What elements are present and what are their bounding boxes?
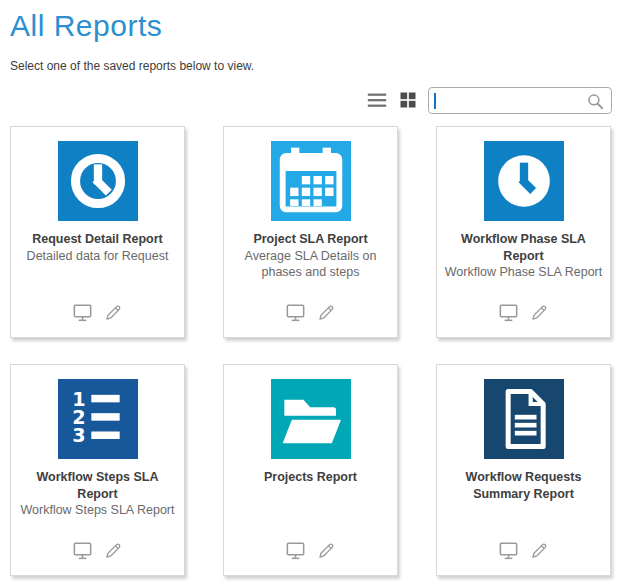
monitor-icon[interactable] <box>284 538 307 562</box>
report-card[interactable]: Projects Report <box>223 364 398 576</box>
reports-grid: Request Detail Report Detailed data for … <box>10 126 612 576</box>
pencil-icon[interactable] <box>316 538 337 562</box>
report-title: Workflow Steps SLA Report <box>11 469 184 502</box>
pencil-icon[interactable] <box>529 538 550 562</box>
pencil-icon[interactable] <box>103 300 124 324</box>
search-box <box>428 87 612 114</box>
list-view-icon[interactable] <box>366 89 388 111</box>
card-actions <box>11 300 184 324</box>
card-actions <box>224 300 397 324</box>
report-card[interactable]: Request Detail Report Detailed data for … <box>10 126 185 338</box>
card-actions <box>11 538 184 562</box>
pencil-icon[interactable] <box>529 300 550 324</box>
report-description: Average SLA Details on phases and steps <box>224 248 397 280</box>
folder-open-icon <box>271 379 351 459</box>
document-icon <box>484 379 564 459</box>
toolbar <box>10 86 612 114</box>
card-actions <box>437 300 610 324</box>
report-card[interactable]: Workflow Requests Summary Report <box>436 364 611 576</box>
numbered-list-icon: 1 2 3 <box>58 379 138 459</box>
pencil-icon[interactable] <box>316 300 337 324</box>
report-description: Detailed data for Request <box>11 248 184 264</box>
calendar-icon <box>271 141 351 221</box>
clock-outline-icon <box>58 141 138 221</box>
report-title: Project SLA Report <box>224 231 397 248</box>
monitor-icon[interactable] <box>71 538 94 562</box>
report-description: Workflow Phase SLA Report <box>437 264 610 280</box>
monitor-icon[interactable] <box>284 300 307 324</box>
grid-view-icon[interactable] <box>397 89 419 111</box>
pencil-icon[interactable] <box>103 538 124 562</box>
monitor-icon[interactable] <box>497 300 520 324</box>
text-caret <box>434 93 436 109</box>
search-input[interactable] <box>436 89 586 112</box>
page-subtitle: Select one of the saved reports below to… <box>10 59 612 73</box>
report-card[interactable]: Project SLA Report Average SLA Details o… <box>223 126 398 338</box>
monitor-icon[interactable] <box>71 300 94 324</box>
report-card[interactable]: 1 2 3 Workflow Steps SLA Report Workflow… <box>10 364 185 576</box>
card-actions <box>437 538 610 562</box>
search-icon[interactable] <box>586 92 605 115</box>
clock-solid-icon <box>484 141 564 221</box>
report-title: Request Detail Report <box>11 231 184 248</box>
report-title: Workflow Phase SLA Report <box>437 231 610 264</box>
svg-text:3: 3 <box>72 424 85 447</box>
page-title: All Reports <box>10 8 612 44</box>
report-title: Workflow Requests Summary Report <box>437 469 610 502</box>
report-title: Projects Report <box>224 469 397 486</box>
report-description: Workflow Steps SLA Report <box>11 502 184 518</box>
card-actions <box>224 538 397 562</box>
report-card[interactable]: Workflow Phase SLA Report Workflow Phase… <box>436 126 611 338</box>
all-reports-page: All Reports Select one of the saved repo… <box>0 0 628 576</box>
monitor-icon[interactable] <box>497 538 520 562</box>
